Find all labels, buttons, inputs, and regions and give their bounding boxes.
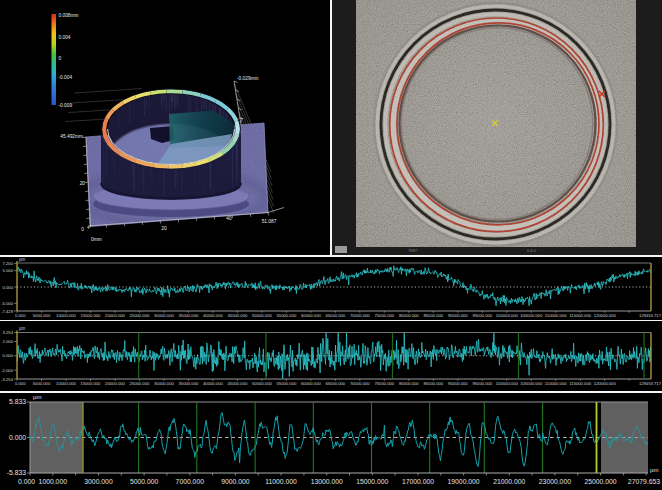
svg-text:45.492mm: 45.492mm xyxy=(60,134,83,139)
svg-text:120000.000: 120000.000 xyxy=(594,381,617,386)
svg-text:µm: µm xyxy=(19,257,26,262)
svg-text:-7.429: -7.429 xyxy=(1,309,14,314)
svg-text:0: 0 xyxy=(59,56,62,61)
svg-text:15000.000: 15000.000 xyxy=(356,478,388,485)
svg-text:115000.000: 115000.000 xyxy=(569,381,591,386)
svg-text:25000.000: 25000.000 xyxy=(130,381,150,386)
svg-text:11000.000: 11000.000 xyxy=(265,478,297,485)
svg-text:100000.000: 100000.000 xyxy=(496,313,519,318)
svg-text:µm: µm xyxy=(19,326,26,331)
svg-text:0.4.0 ·: 0.4.0 · xyxy=(527,248,538,253)
svg-text:95000.000: 95000.000 xyxy=(472,381,492,386)
svg-text:129453.717: 129453.717 xyxy=(639,313,662,318)
svg-text:27079.653: 27079.653 xyxy=(628,478,660,485)
svg-text:-5.833: -5.833 xyxy=(7,469,26,476)
svg-text:40: 40 xyxy=(226,216,232,221)
svg-text:-0.029mm: -0.029mm xyxy=(237,76,259,81)
svg-text:1000.000: 1000.000 xyxy=(39,478,68,485)
svg-text:40000.000: 40000.000 xyxy=(203,381,223,386)
svg-text:15000.000: 15000.000 xyxy=(81,381,101,386)
svg-text:15000.000: 15000.000 xyxy=(81,313,101,318)
svg-text:5.833: 5.833 xyxy=(9,398,26,405)
svg-text:70000.000: 70000.000 xyxy=(350,381,370,386)
svg-text:129453.717: 129453.717 xyxy=(639,381,662,386)
svg-text:0.000: 0.000 xyxy=(3,285,14,290)
svg-text:0.000: 0.000 xyxy=(15,381,26,386)
svg-text:7987 ·: 7987 · xyxy=(408,248,419,253)
svg-text:0.000: 0.000 xyxy=(15,313,26,318)
svg-text:20: 20 xyxy=(161,226,167,231)
svg-text:20: 20 xyxy=(80,181,86,186)
svg-text:0.008mm: 0.008mm xyxy=(59,13,79,18)
svg-text:0: 0 xyxy=(81,227,84,232)
svg-text:45000.000: 45000.000 xyxy=(228,313,248,318)
svg-text:0mm: 0mm xyxy=(91,237,102,242)
svg-text:120000.000: 120000.000 xyxy=(594,313,617,318)
svg-text:30000.000: 30000.000 xyxy=(154,381,174,386)
svg-text:55000.000: 55000.000 xyxy=(277,381,297,386)
svg-text:55000.000: 55000.000 xyxy=(277,313,297,318)
svg-text:2.000: 2.000 xyxy=(3,339,14,344)
svg-text:5000.000: 5000.000 xyxy=(130,478,159,485)
svg-text:3000.000: 3000.000 xyxy=(84,478,113,485)
svg-text:75000.000: 75000.000 xyxy=(374,381,394,386)
svg-text:20000.000: 20000.000 xyxy=(105,313,125,318)
svg-text:25000.000: 25000.000 xyxy=(130,313,150,318)
svg-text:110000.000: 110000.000 xyxy=(545,313,567,318)
svg-text:5000.000: 5000.000 xyxy=(33,381,51,386)
svg-text:95000.000: 95000.000 xyxy=(472,313,492,318)
svg-text:85000.000: 85000.000 xyxy=(423,313,443,318)
svg-text:115000.000: 115000.000 xyxy=(569,313,591,318)
svg-text:75000.000: 75000.000 xyxy=(374,313,394,318)
svg-text:5000.000: 5000.000 xyxy=(33,313,51,318)
svg-text:13000.000: 13000.000 xyxy=(311,478,343,485)
svg-text:-3.254: -3.254 xyxy=(1,377,14,382)
svg-text:7000.000: 7000.000 xyxy=(176,478,205,485)
svg-text:17000.000: 17000.000 xyxy=(402,478,434,485)
svg-text:3.254: 3.254 xyxy=(3,330,14,335)
svg-text:80000.000: 80000.000 xyxy=(399,313,419,318)
svg-text:35000.000: 35000.000 xyxy=(179,313,199,318)
svg-text:40000.000: 40000.000 xyxy=(203,313,223,318)
svg-text:90000.000: 90000.000 xyxy=(448,313,468,318)
svg-text:7.200: 7.200 xyxy=(3,261,14,266)
svg-text:45000.000: 45000.000 xyxy=(228,381,248,386)
svg-text:80000.000: 80000.000 xyxy=(399,381,419,386)
svg-text:20000.000: 20000.000 xyxy=(105,381,125,386)
svg-text:30000.000: 30000.000 xyxy=(154,313,174,318)
svg-text:110000.000: 110000.000 xyxy=(545,381,567,386)
svg-text:51.087: 51.087 xyxy=(262,219,277,224)
svg-text:10000.000: 10000.000 xyxy=(56,381,76,386)
svg-text:0.004: 0.004 xyxy=(59,35,71,40)
svg-text:65000.000: 65000.000 xyxy=(325,381,345,386)
svg-text:100000.000: 100000.000 xyxy=(496,381,519,386)
svg-text:105000.000: 105000.000 xyxy=(520,381,543,386)
svg-text:90000.000: 90000.000 xyxy=(448,381,468,386)
svg-text:21000.000: 21000.000 xyxy=(493,478,525,485)
svg-text:50000.000: 50000.000 xyxy=(252,313,272,318)
svg-text:0.000: 0.000 xyxy=(3,353,14,358)
svg-text:9000.000: 9000.000 xyxy=(221,478,250,485)
svg-text:65000.000: 65000.000 xyxy=(325,313,345,318)
svg-text:50000.000: 50000.000 xyxy=(252,381,272,386)
svg-text:105000.000: 105000.000 xyxy=(520,313,543,318)
svg-text:µm: µm xyxy=(33,394,41,400)
svg-text:-5.000: -5.000 xyxy=(1,301,14,306)
svg-text:10000.000: 10000.000 xyxy=(56,313,76,318)
svg-text:0.000: 0.000 xyxy=(18,478,35,485)
svg-text:85000.000: 85000.000 xyxy=(423,381,443,386)
svg-text:-0.009: -0.009 xyxy=(59,103,73,108)
svg-text:60000.000: 60000.000 xyxy=(301,313,321,318)
svg-text:µm: µm xyxy=(650,467,658,473)
svg-text:19000.000: 19000.000 xyxy=(448,478,480,485)
svg-text:35000.000: 35000.000 xyxy=(179,381,199,386)
svg-text:-2.000: -2.000 xyxy=(1,368,14,373)
svg-text:23000.000: 23000.000 xyxy=(539,478,571,485)
svg-text:5.000: 5.000 xyxy=(3,268,14,273)
svg-text:60000.000: 60000.000 xyxy=(301,381,321,386)
svg-text:-0.004: -0.004 xyxy=(59,75,73,80)
svg-text:0.000: 0.000 xyxy=(9,434,26,441)
svg-text:25000.000: 25000.000 xyxy=(584,478,616,485)
svg-text:70000.000: 70000.000 xyxy=(350,313,370,318)
